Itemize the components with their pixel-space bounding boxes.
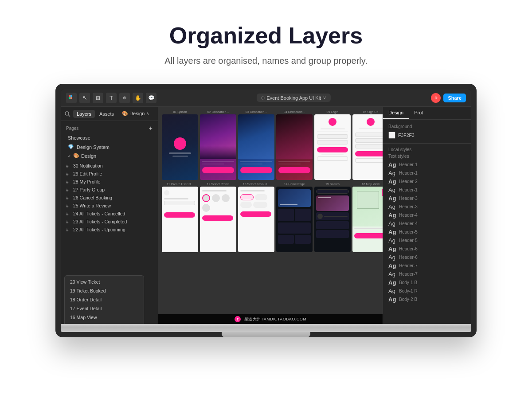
hash-icon: # [66, 164, 71, 168]
layer-16[interactable]: 16 Map View [65, 313, 144, 322]
layer-18[interactable]: 18 Order Detail [65, 295, 144, 304]
layer-25[interactable]: # 25 Write a Review [63, 202, 156, 210]
style-body1-bold: Ag Body-1 B [388, 278, 466, 287]
text-styles-label: Text styles [388, 154, 466, 159]
prototype-tab[interactable]: Prot [409, 107, 428, 119]
figma-body: Layers Assets 🎨 Design ∧ Pages + Showcas… [61, 107, 471, 324]
layer-29-label: 29 Edit Profile [73, 171, 102, 176]
layer-20[interactable]: 20 View Ticket [65, 277, 144, 286]
svg-rect-3 [70, 97, 72, 99]
style-header6-reg: Ag Header-6 [388, 253, 466, 261]
layer-17[interactable]: 17 Event Detail [65, 304, 144, 313]
figma-menu-icon[interactable] [66, 93, 77, 103]
layer-23-label: 23 All Tickets - Completed [73, 219, 127, 224]
svg-line-5 [69, 115, 70, 117]
style-header3-reg: Ag Header-3 [388, 203, 466, 211]
hash-icon: # [66, 203, 71, 208]
style-header4-bold: Ag Header-4 [388, 211, 466, 219]
page-design-active[interactable]: ✓ 🎨 Design [64, 152, 154, 160]
style-header3-bold: Ag Header-3 [388, 194, 466, 203]
page-design-system[interactable]: 💎 Design System [64, 142, 154, 152]
hash-icon: # [66, 187, 71, 192]
comment-tool-icon[interactable]: 💬 [146, 93, 156, 103]
svg-rect-0 [69, 95, 70, 97]
user-avatar: D [431, 93, 441, 103]
laptop-stand [222, 332, 310, 337]
panel-tabs: Layers Assets 🎨 Design ∧ [61, 107, 158, 121]
canvas-area: 01 Splash [158, 107, 383, 324]
watermark-text: 星道大州 IAMDK.TAOBAO.COM [244, 316, 306, 322]
laptop-screen: ↖ ⊞ T ⊕ ✋ 💬 ⬡ Event Booking App UI Kit ∨ [61, 89, 471, 324]
layer-24[interactable]: # 24 All Tickets - Cancelled [63, 210, 156, 218]
search-icon[interactable] [64, 111, 70, 117]
bg-color-row: F3F2F3 [388, 132, 466, 139]
watermark-logo: Z [235, 316, 241, 322]
design-tab[interactable]: 🎨 Design ∧ [118, 109, 153, 118]
hand-tool-icon[interactable]: ✋ [133, 93, 143, 103]
right-panel: Design Prot Background F3F2F3 Local styl… [383, 107, 471, 324]
add-page-button[interactable]: + [149, 125, 153, 132]
hash-icon: # [66, 195, 71, 200]
move-tool-icon[interactable]: ↖ [79, 93, 90, 103]
bg-color-swatch[interactable] [388, 132, 395, 139]
frame-map: 16 Map View [352, 183, 383, 252]
layer-28-label: 28 My Profile [73, 179, 100, 184]
layer-27-label: 27 Party Group [73, 187, 105, 192]
page-design-label: Design [81, 153, 96, 159]
checkmark-icon: ✓ [68, 154, 71, 158]
pages-label: Pages [66, 126, 78, 131]
text-styles-section: Text styles Ag Header-1 Ag Header-1 Ag [383, 154, 471, 304]
frame-tool-icon[interactable]: ⊞ [93, 93, 103, 103]
frame-onboard2: 03 Onboardin... [238, 110, 274, 180]
local-styles-label: Local styles [383, 144, 471, 154]
layer-30[interactable]: # 30 Notification [63, 162, 156, 170]
figma-toolbar: ↖ ⊞ T ⊕ ✋ 💬 ⬡ Event Booking App UI Kit ∨ [61, 89, 471, 107]
assets-tab[interactable]: Assets [96, 110, 117, 118]
layer-29[interactable]: # 29 Edit Profile [63, 170, 156, 178]
layer-22[interactable]: # 22 All Tickets - Upcoming [63, 226, 156, 234]
svg-rect-1 [70, 95, 72, 97]
style-body2-bold: Ag Body-2 B [388, 295, 466, 304]
style-header6-bold: Ag Header-6 [388, 245, 466, 253]
layer-25-label: 25 Write a Review [73, 203, 111, 208]
layer-26-label: 26 Cancel Booking [73, 195, 112, 200]
style-header2-bold: Ag Header-2 [388, 177, 466, 186]
svg-point-4 [65, 112, 69, 115]
frame-splash: 01 Splash [162, 110, 198, 180]
share-button[interactable]: Share [443, 94, 466, 102]
laptop-base [61, 324, 471, 332]
style-header7-bold: Ag Header-7 [388, 261, 466, 270]
hash-icon: # [66, 211, 71, 216]
style-header1-reg2: Ag Header-1 [388, 186, 466, 194]
page-title: Organized Layers [0, 22, 532, 49]
frame-login: 05 Login [314, 110, 351, 180]
layer-23[interactable]: # 23 All Tickets - Completed [63, 218, 156, 226]
page-showcase[interactable]: Showcase [64, 133, 154, 142]
design-tab-right[interactable]: Design [383, 107, 409, 119]
frame-onboard3: 04 Onboardin... [276, 110, 313, 180]
layer-15[interactable]: 15 Search [65, 322, 144, 324]
layer-28[interactable]: # 28 My Profile [63, 178, 156, 186]
toolbar-center: ⬡ Event Booking App UI Kit ∨ [160, 94, 427, 102]
app-name-badge: ⬡ Event Booking App UI Kit ∨ [257, 94, 331, 102]
style-header5-bold: Ag Header-5 [388, 228, 466, 236]
component-tool-icon[interactable]: ⊕ [119, 93, 130, 103]
figma-ui: ↖ ⊞ T ⊕ ✋ 💬 ⬡ Event Booking App UI Kit ∨ [61, 89, 471, 324]
layers-tab[interactable]: Layers [73, 110, 95, 118]
left-panel: Layers Assets 🎨 Design ∧ Pages + Showcas… [61, 107, 158, 324]
frame-search: 15 Search [314, 183, 351, 252]
background-section: Background F3F2F3 [383, 120, 471, 144]
layer-27[interactable]: # 27 Party Group [63, 186, 156, 194]
toolbar-right: D Share [431, 93, 466, 103]
layers-section: # 30 Notification # 29 Edit Profile # 28… [61, 162, 158, 234]
layer-19[interactable]: 19 Ticket Booked [65, 286, 144, 295]
frame-signup: 06 Sign Up [352, 110, 383, 180]
text-tool-icon[interactable]: T [106, 93, 117, 103]
laptop-frame: ↖ ⊞ T ⊕ ✋ 💬 ⬡ Event Booking App UI Kit ∨ [55, 84, 477, 337]
page-showcase-label: Showcase [68, 135, 90, 141]
laptop-container: ↖ ⊞ T ⊕ ✋ 💬 ⬡ Event Booking App UI Kit ∨ [55, 84, 477, 337]
toolbar-left: ↖ ⊞ T ⊕ ✋ 💬 [66, 93, 156, 103]
layer-26[interactable]: # 26 Cancel Booking [63, 194, 156, 202]
style-header1-bold: Ag Header-1 [388, 160, 466, 169]
frame-home: 14 Home Page [276, 183, 313, 252]
